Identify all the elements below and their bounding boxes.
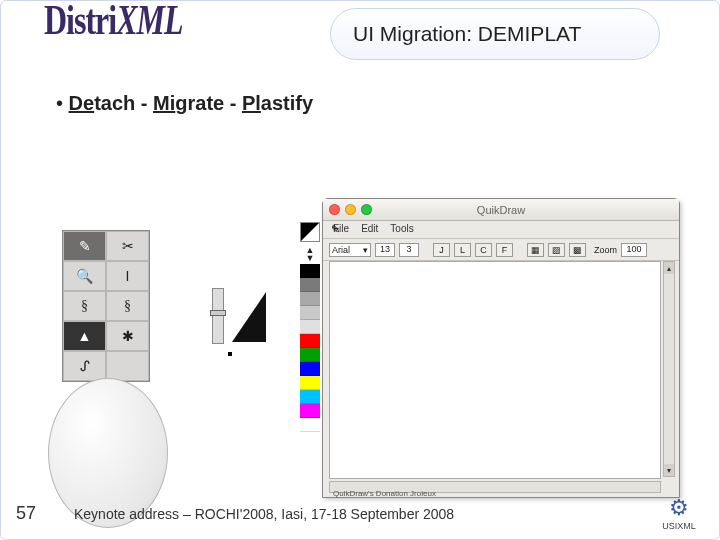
line-width-field[interactable]: 3 — [399, 243, 419, 257]
color-swatch-8[interactable] — [300, 376, 320, 390]
toolbar: Arial▾ 13 3 J L C F ▦ ▨ ▩ Zoom 100 — [323, 239, 679, 261]
quickdraw-window: QuikDraw ✎ File Edit Tools Arial▾ 13 3 J… — [322, 198, 680, 498]
pattern-3-button[interactable]: ▩ — [569, 243, 586, 257]
tool-freehand-a[interactable]: § — [63, 291, 106, 321]
tool-zoom[interactable]: 🔍 — [63, 261, 106, 291]
size-handle[interactable] — [210, 310, 226, 316]
color-swatch-1[interactable] — [300, 278, 320, 292]
gear-icon: ⚙ — [669, 495, 689, 521]
tool-text[interactable]: I — [106, 261, 149, 291]
color-swatch-3[interactable] — [300, 306, 320, 320]
tool-curve[interactable]: ᔑ — [63, 351, 106, 381]
color-swatch-9[interactable] — [300, 390, 320, 404]
pattern-1-button[interactable]: ▦ — [527, 243, 544, 257]
pencil-icon: ✎ — [331, 223, 340, 236]
bullet-demiplat: • Detach - Migrate - Plastify — [56, 92, 313, 115]
slide-title: UI Migration: DEMIPLAT — [330, 8, 660, 60]
size-wedge-icon — [232, 292, 266, 342]
color-swatch-5[interactable] — [300, 334, 320, 348]
color-swatch-column: ▲▼ — [300, 222, 320, 432]
brand-logo: DistriXML — [44, 0, 183, 45]
tool-freehand-b[interactable]: § — [106, 291, 149, 321]
drawing-canvas[interactable] — [329, 261, 661, 479]
color-swatch-7[interactable] — [300, 362, 320, 376]
style-l-button[interactable]: L — [454, 243, 471, 257]
minimize-icon[interactable] — [345, 204, 356, 215]
fg-bg-swatch[interactable] — [300, 222, 320, 242]
size-dot-icon — [228, 352, 232, 356]
scroll-down-icon[interactable]: ▾ — [664, 464, 674, 476]
color-swatch-2[interactable] — [300, 292, 320, 306]
style-c-button[interactable]: C — [475, 243, 492, 257]
scroll-up-icon[interactable]: ▴ — [664, 262, 674, 274]
color-swatch-4[interactable] — [300, 320, 320, 334]
titlebar[interactable]: QuikDraw — [323, 199, 679, 221]
tool-star[interactable]: ✱ — [106, 321, 149, 351]
status-text: QuikDraw's Donation Jroleux — [333, 489, 436, 498]
window-title: QuikDraw — [323, 204, 679, 216]
style-f-button[interactable]: F — [496, 243, 513, 257]
page-number: 57 — [16, 503, 36, 524]
menubar: File Edit Tools — [323, 221, 679, 239]
menu-tools[interactable]: Tools — [390, 223, 413, 236]
pattern-2-button[interactable]: ▨ — [548, 243, 565, 257]
chevron-down-icon: ▾ — [363, 245, 368, 255]
zoom-field[interactable]: 100 — [621, 243, 647, 257]
vertical-scrollbar[interactable]: ▴ ▾ — [663, 261, 675, 477]
close-icon[interactable] — [329, 204, 340, 215]
size-slider-widget — [200, 288, 270, 358]
zoom-label: Zoom — [594, 245, 617, 255]
size-track — [212, 288, 224, 344]
swatch-arrows-icon: ▲▼ — [300, 246, 320, 262]
zoom-window-icon[interactable] — [361, 204, 372, 215]
tool-palette: ✎ ✂ 🔍 I § § ▲ ✱ ᔑ — [62, 230, 150, 382]
font-size-field[interactable]: 13 — [375, 243, 395, 257]
color-swatch-6[interactable] — [300, 348, 320, 362]
tool-scissors[interactable]: ✂ — [106, 231, 149, 261]
menu-edit[interactable]: Edit — [361, 223, 378, 236]
tool-empty[interactable] — [106, 351, 149, 381]
style-j-button[interactable]: J — [433, 243, 450, 257]
color-swatch-10[interactable] — [300, 404, 320, 418]
color-swatch-11[interactable] — [300, 418, 320, 432]
tool-fill[interactable]: ▲ — [63, 321, 106, 351]
footer-text: Keynote address – ROCHI'2008, Iasi, 17-1… — [74, 506, 454, 522]
footer-logo: ⚙ USIXML — [644, 494, 714, 532]
tool-pencil[interactable]: ✎ — [63, 231, 106, 261]
font-dropdown[interactable]: Arial▾ — [329, 243, 371, 257]
color-swatch-0[interactable] — [300, 264, 320, 278]
